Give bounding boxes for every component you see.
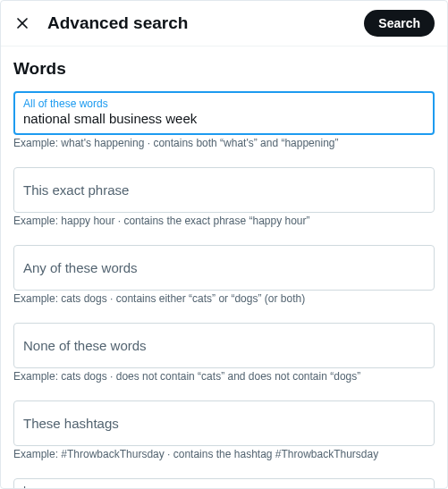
exact-phrase-field[interactable]: This exact phrase: [13, 167, 435, 213]
language-select-inner: Language Any language: [23, 485, 106, 490]
none-words-field[interactable]: None of these words: [13, 323, 435, 368]
any-words-example: Example: cats dogs · contains either “ca…: [13, 292, 435, 305]
search-button[interactable]: Search: [364, 10, 435, 37]
exact-phrase-placeholder: This exact phrase: [23, 175, 425, 205]
language-label: Language: [23, 485, 106, 490]
none-words-placeholder: None of these words: [23, 331, 425, 360]
close-icon[interactable]: [13, 14, 31, 32]
none-words-example: Example: cats dogs · does not contain “c…: [13, 370, 435, 383]
all-words-input[interactable]: [23, 111, 425, 126]
words-section-title: Words: [13, 59, 435, 79]
all-words-field[interactable]: All of these words: [13, 91, 435, 135]
page-title: Advanced search: [47, 13, 348, 33]
all-words-label: All of these words: [23, 97, 425, 110]
hashtags-example: Example: #ThrowbackThursday · contains t…: [13, 448, 435, 460]
content: Words All of these words Example: what's…: [1, 46, 447, 489]
any-words-field[interactable]: Any of these words: [13, 245, 435, 291]
hashtags-placeholder: These hashtags: [23, 409, 425, 438]
all-words-example: Example: what's happening · contains bot…: [13, 137, 435, 149]
hashtags-field[interactable]: These hashtags: [13, 400, 435, 446]
header: Advanced search Search: [1, 1, 447, 46]
language-select[interactable]: Language Any language: [13, 478, 435, 489]
any-words-placeholder: Any of these words: [23, 253, 425, 282]
exact-phrase-example: Example: happy hour · contains the exact…: [13, 215, 435, 227]
